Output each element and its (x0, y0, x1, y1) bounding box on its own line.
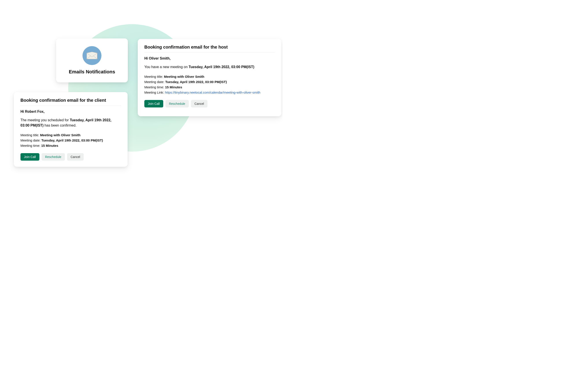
svg-marker-0 (87, 52, 97, 59)
client-meeting-time: Meeting time: 15 Minutes (20, 143, 121, 148)
meta-label: Meeting time: (144, 85, 165, 89)
client-card-title: Booking confirmation email for the clien… (20, 98, 121, 106)
meta-label: Meeting date: (20, 139, 41, 142)
host-meeting-title: Meeting title: Meeting with Oliver Smith (144, 74, 275, 79)
client-meeting-title: Meeting title: Meeting with Oliver Smith (20, 132, 121, 138)
host-meeting-time: Meeting time: 15 Minutes (144, 84, 275, 90)
client-intro: The meeting you scheduled for Tuesday, A… (20, 118, 121, 128)
meta-value: Tuesday, April 19th 2022, 03:00 PM(IST) (165, 80, 227, 84)
host-button-row: Join Call Reschedule Cancel (144, 100, 275, 107)
meta-value: 15 Minutes (41, 144, 58, 147)
host-card-title: Booking confirmation email for the host (144, 45, 275, 53)
host-meeting-date: Meeting date: Tuesday, April 19th 2022, … (144, 79, 275, 84)
host-intro-pre: You have a new meeting on (144, 65, 189, 69)
client-meeting-date: Meeting date: Tuesday, April 19th 2022, … (20, 138, 121, 143)
emails-notifications-header-card: Emails Notifications (56, 39, 128, 82)
join-call-button[interactable]: Join Call (20, 153, 39, 161)
meta-label: Meeting time: (20, 144, 41, 147)
meta-label: Meeting date: (144, 80, 165, 84)
client-intro-pre: The meeting you scheduled for (20, 118, 70, 122)
header-title: Emails Notifications (69, 69, 115, 75)
cancel-button[interactable]: Cancel (191, 100, 208, 107)
meta-value: Meeting with Oliver Smith (40, 133, 80, 137)
host-intro-datetime: Tuesday, April 19th 2022, 03:00 PM(IST) (189, 65, 254, 69)
reschedule-button[interactable]: Reschedule (165, 100, 189, 107)
meta-label: Meeting title: (20, 133, 40, 137)
meta-value: Meeting with Oliver Smith (164, 75, 204, 78)
email-icon (83, 46, 102, 65)
cancel-button[interactable]: Cancel (67, 153, 84, 161)
reschedule-button[interactable]: Reschedule (42, 153, 65, 161)
meeting-link[interactable]: https://tinybinary.neetocal.com/calendar… (165, 91, 260, 94)
client-greeting: Hi Robert Fox, (20, 110, 121, 114)
meta-value: 15 Minutes (165, 85, 182, 89)
client-email-card: Booking confirmation email for the clien… (14, 92, 128, 167)
client-button-row: Join Call Reschedule Cancel (20, 153, 121, 161)
host-intro: You have a new meeting on Tuesday, April… (144, 64, 275, 70)
client-intro-post: has been confirmed. (44, 124, 76, 127)
meta-label: Meeting Link: (144, 91, 165, 94)
meta-label: Meeting title: (144, 75, 164, 78)
meta-value: Tuesday, April 19th 2022, 03:00 PM(IST) (41, 139, 103, 142)
host-meeting-link: Meeting Link: https://tinybinary.neetoca… (144, 90, 275, 95)
host-greeting: Hi Oliver Smith, (144, 56, 275, 60)
join-call-button[interactable]: Join Call (144, 100, 163, 107)
host-email-card: Booking confirmation email for the host … (138, 39, 282, 116)
